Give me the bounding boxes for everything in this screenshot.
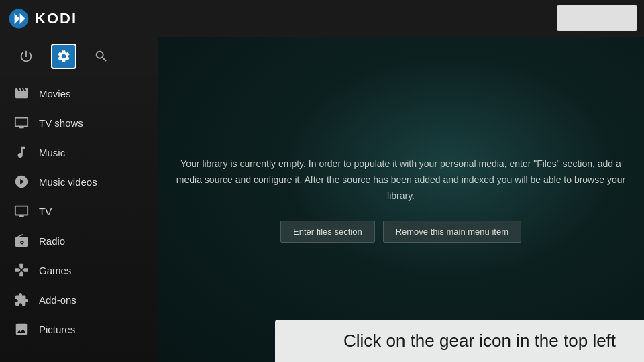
sidebar-item-radio[interactable]: Radio (0, 226, 158, 255)
kodi-logo: KODI (8, 8, 77, 29)
tooltip-overlay: Click on the gear icon in the top left (275, 320, 644, 362)
sidebar-item-pictures[interactable]: Pictures (0, 314, 158, 344)
sidebar-item-tvshows[interactable]: TV shows (0, 108, 158, 137)
remove-menu-item-button[interactable]: Remove this main menu item (383, 221, 521, 243)
action-buttons: Enter files section Remove this main men… (173, 221, 629, 243)
library-message: Your library is currently empty. In orde… (173, 156, 629, 242)
tooltip-text: Click on the gear icon in the top left (343, 330, 616, 351)
musicvideos-icon (13, 174, 30, 190)
power-icon (19, 49, 34, 64)
sidebar-item-music[interactable]: Music (0, 137, 158, 167)
top-bar: KODI (0, 0, 644, 37)
radio-label: Radio (39, 235, 65, 247)
music-label: Music (39, 147, 65, 158)
sidebar-item-musicvideos[interactable]: Music videos (0, 167, 158, 196)
music-icon (13, 144, 30, 160)
musicvideos-label: Music videos (39, 176, 97, 188)
main-layout: Movies TV shows Music (0, 37, 644, 362)
icon-bar (0, 37, 158, 76)
addons-icon (13, 292, 30, 308)
tvshows-label: TV shows (39, 117, 83, 129)
kodi-logo-icon (8, 8, 30, 29)
sidebar: Movies TV shows Music (0, 37, 158, 362)
nav-items: Movies TV shows Music (0, 76, 158, 344)
pictures-icon (13, 321, 30, 337)
sidebar-item-tv[interactable]: TV (0, 196, 158, 226)
search-button[interactable] (89, 44, 114, 69)
gear-icon (56, 49, 71, 64)
top-right-box (557, 5, 637, 31)
games-label: Games (39, 265, 71, 276)
games-icon (13, 262, 30, 278)
library-message-text: Your library is currently empty. In orde… (173, 156, 629, 204)
movies-icon (13, 85, 30, 101)
search-icon (94, 49, 109, 64)
pictures-label: Pictures (39, 324, 75, 335)
gear-button[interactable] (51, 44, 76, 69)
kodi-logo-text: KODI (35, 10, 77, 27)
sidebar-item-addons[interactable]: Add-ons (0, 285, 158, 314)
tv-icon (13, 203, 30, 219)
sidebar-item-games[interactable]: Games (0, 255, 158, 285)
sidebar-item-movies[interactable]: Movies (0, 78, 158, 108)
tv-label: TV (39, 206, 52, 217)
enter-files-button[interactable]: Enter files section (280, 221, 375, 243)
app-container: KODI (0, 0, 644, 362)
tvshows-icon (13, 115, 30, 131)
main-content: Your library is currently empty. In orde… (158, 37, 644, 362)
radio-icon (13, 233, 30, 249)
movies-label: Movies (39, 88, 71, 99)
addons-label: Add-ons (39, 294, 76, 306)
power-button[interactable] (13, 44, 39, 69)
